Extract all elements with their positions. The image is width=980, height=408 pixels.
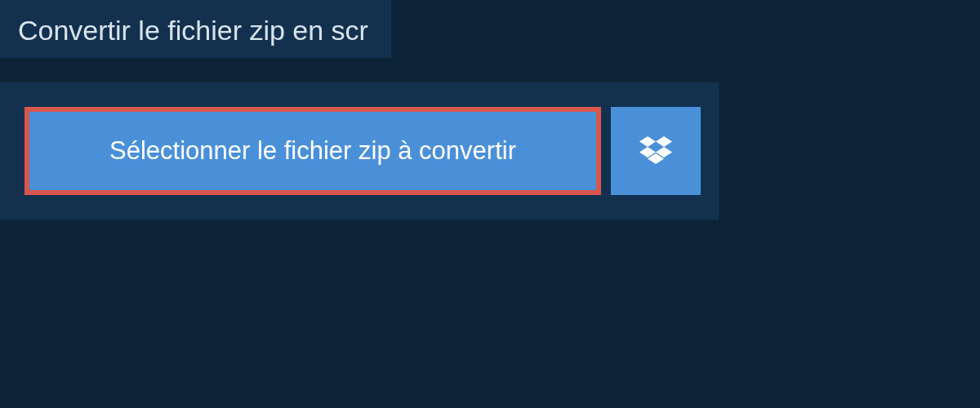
page-title: Convertir le fichier zip en scr [0,0,391,58]
select-file-button[interactable]: Sélectionner le fichier zip à convertir [24,107,601,195]
upload-panel: Sélectionner le fichier zip à convertir [0,82,719,220]
dropbox-button[interactable] [611,107,701,195]
dropbox-icon [639,136,672,166]
